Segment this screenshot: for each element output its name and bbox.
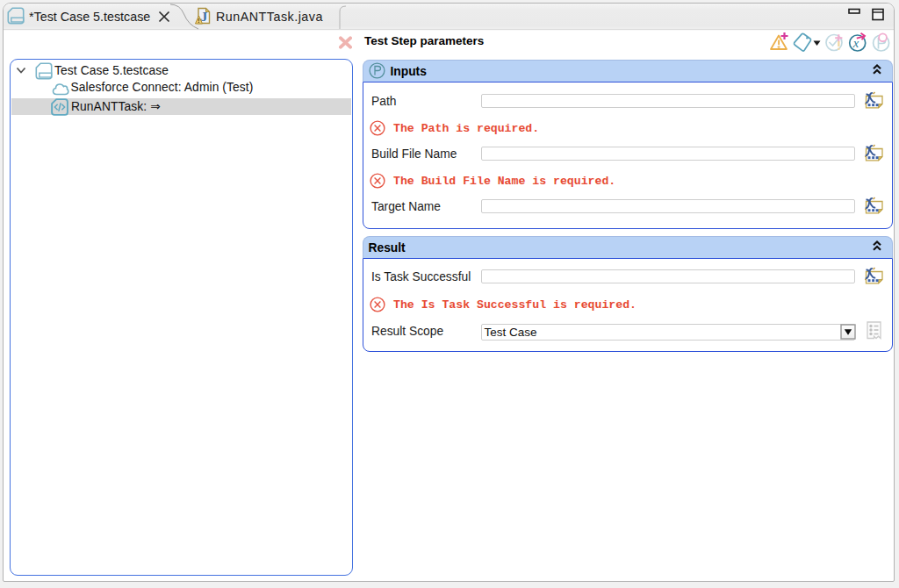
svg-text:!: ! — [198, 17, 200, 25]
svg-text:J: J — [201, 9, 208, 24]
